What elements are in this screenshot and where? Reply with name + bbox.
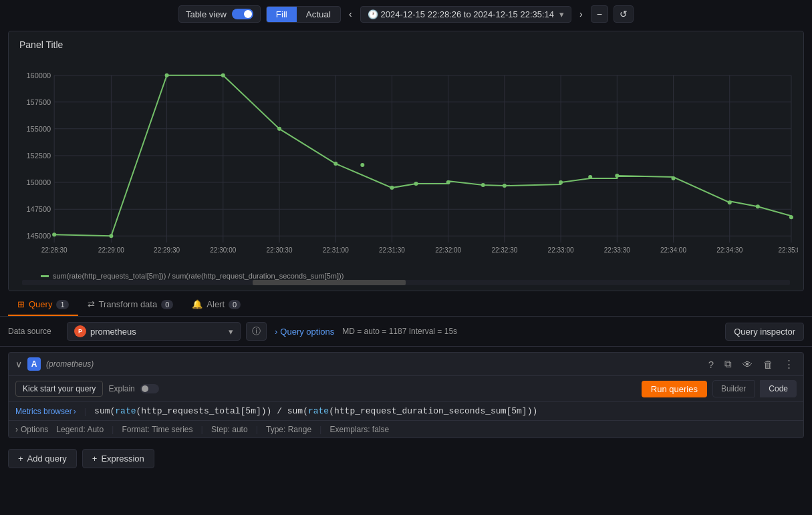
kick-start-button[interactable]: Kick start your query <box>15 381 103 397</box>
query-tabs: ⊞ Query 1 ⇄ Transform data 0 🔔 Alert 0 <box>0 294 812 317</box>
collapse-button[interactable]: ∨ <box>15 359 22 369</box>
svg-text:22:35:00: 22:35:00 <box>778 246 798 254</box>
refresh-button[interactable]: ↺ <box>614 5 634 23</box>
query-part-1: (http_requests_total[5m])) / sum( <box>136 406 308 416</box>
datasource-name: prometheus <box>90 327 136 337</box>
svg-text:22:31:00: 22:31:00 <box>323 246 349 254</box>
rate-keyword-2: rate <box>308 406 329 416</box>
add-query-label: Add query <box>27 454 67 464</box>
svg-text:22:33:00: 22:33:00 <box>548 246 574 254</box>
datasource-select[interactable]: P prometheus ▾ <box>67 322 241 341</box>
query-duplicate-button[interactable]: ⧉ <box>722 357 734 371</box>
format-option: Format: Time series <box>122 425 192 434</box>
scrollbar-thumb[interactable] <box>253 280 406 285</box>
metrics-row: Metrics browser › | sum(rate(http_reques… <box>9 402 803 421</box>
pipe-separator: | <box>82 406 89 416</box>
legend-option: Legend: Auto <box>56 425 104 434</box>
time-nav-next[interactable]: › <box>577 9 585 19</box>
tab-query[interactable]: ⊞ Query 1 <box>8 294 78 316</box>
run-queries-button[interactable]: Run queries <box>642 381 707 397</box>
prometheus-icon: P <box>74 325 86 337</box>
time-range-display[interactable]: 🕐 2024-12-15 22:28:26 to 2024-12-15 22:3… <box>360 6 572 23</box>
type-option: Type: Range <box>266 425 311 434</box>
exemplars-option: Exemplars: false <box>329 425 389 434</box>
svg-text:22:31:30: 22:31:30 <box>379 246 405 254</box>
svg-point-52 <box>481 183 485 187</box>
svg-text:22:29:00: 22:29:00 <box>98 246 124 254</box>
datasource-info-button[interactable]: ⓘ <box>246 322 267 341</box>
tab-alert[interactable]: 🔔 Alert 0 <box>182 294 250 316</box>
time-range-chevron: ▾ <box>559 9 564 19</box>
svg-text:22:30:00: 22:30:00 <box>210 246 236 254</box>
svg-point-60 <box>789 215 793 219</box>
query-letter: A <box>27 357 41 371</box>
transform-tab-badge: 0 <box>161 300 173 309</box>
svg-point-53 <box>503 184 507 188</box>
legend-text: sum(rate(http_requests_total[5m])) / sum… <box>53 272 344 280</box>
sep4: | <box>319 424 321 434</box>
svg-point-55 <box>588 175 592 179</box>
svg-text:22:29:30: 22:29:30 <box>154 246 180 254</box>
svg-point-51 <box>446 180 450 184</box>
tab-transform[interactable]: ⇄ Transform data 0 <box>78 294 183 316</box>
svg-point-47 <box>333 162 337 166</box>
table-view-toggle[interactable]: Table view <box>178 5 261 23</box>
metrics-browser-link[interactable]: Metrics browser › <box>15 407 76 416</box>
chart-legend: sum(rate(http_requests_total[5m])) / sum… <box>14 269 798 280</box>
query-header-icons: ? ⧉ 👁 🗑 ⋮ <box>706 357 797 371</box>
query-options-button[interactable]: › Query options <box>272 324 337 339</box>
add-query-button[interactable]: + Add query <box>8 449 77 468</box>
query-options-label: Query options <box>280 327 334 337</box>
time-nav-prev[interactable]: ‹ <box>346 9 355 19</box>
metrics-browser-label: Metrics browser <box>15 407 72 416</box>
add-expression-button[interactable]: + Expression <box>82 449 154 468</box>
query-options-row: › Options Legend: Auto | Format: Time se… <box>9 421 803 438</box>
query-help-button[interactable]: ? <box>706 357 716 371</box>
svg-point-42 <box>52 232 56 236</box>
zoom-out-button[interactable]: − <box>591 5 608 23</box>
query-block-header: ∨ A (prometheus) ? ⧉ 👁 🗑 ⋮ <box>9 353 803 376</box>
query-tab-icon: ⊞ <box>17 299 25 309</box>
svg-point-57 <box>672 176 676 180</box>
svg-text:145000: 145000 <box>26 232 51 240</box>
transform-tab-label: Transform data <box>99 299 158 309</box>
alert-tab-icon: 🔔 <box>192 299 202 309</box>
explain-toggle[interactable] <box>140 384 159 393</box>
svg-point-56 <box>615 174 619 178</box>
actual-button[interactable]: Actual <box>297 7 340 22</box>
query-delete-button[interactable]: 🗑 <box>761 357 776 371</box>
svg-text:22:33:30: 22:33:30 <box>604 246 630 254</box>
clock-icon: 🕐 <box>368 9 378 19</box>
chart-svg: 160000 157500 155000 152500 150000 14750… <box>14 55 798 269</box>
query-toolbar: Kick start your query Explain Run querie… <box>9 376 803 402</box>
fill-button[interactable]: Fill <box>267 7 297 22</box>
svg-point-45 <box>221 73 225 77</box>
query-expression[interactable]: sum(rate(http_requests_total[5m])) / sum… <box>94 406 537 416</box>
options-arrow-icon: › <box>15 425 18 434</box>
svg-point-44 <box>165 73 169 77</box>
panel-title: Panel Title <box>14 39 798 50</box>
options-expand-button[interactable]: › Options <box>15 425 48 434</box>
query-tab-badge: 1 <box>56 300 68 309</box>
fill-actual-group: Fill Actual <box>266 6 341 23</box>
table-view-switch[interactable] <box>232 9 253 19</box>
add-expression-plus-icon: + <box>92 454 98 464</box>
code-button[interactable]: Code <box>760 380 797 397</box>
chart-scrollbar[interactable] <box>22 280 790 285</box>
query-more-button[interactable]: ⋮ <box>781 357 797 371</box>
query-hide-button[interactable]: 👁 <box>740 357 755 371</box>
sum-keyword: sum( <box>94 406 115 416</box>
svg-text:157500: 157500 <box>26 98 51 106</box>
query-tab-label: Query <box>29 299 52 309</box>
step-option: Step: auto <box>211 425 248 434</box>
query-options-arrow-icon: › <box>275 327 277 337</box>
svg-text:155000: 155000 <box>26 125 51 133</box>
chart-container: Panel Title 1600 <box>8 31 804 291</box>
query-inspector-button[interactable]: Query inspector <box>725 323 804 341</box>
add-expression-label: Expression <box>101 454 144 464</box>
table-view-label: Table view <box>186 9 227 19</box>
builder-button[interactable]: Builder <box>712 380 755 397</box>
svg-point-43 <box>109 234 113 238</box>
time-range-text: 2024-12-15 22:28:26 to 2024-12-15 22:35:… <box>381 9 555 19</box>
sep1: | <box>112 424 114 434</box>
